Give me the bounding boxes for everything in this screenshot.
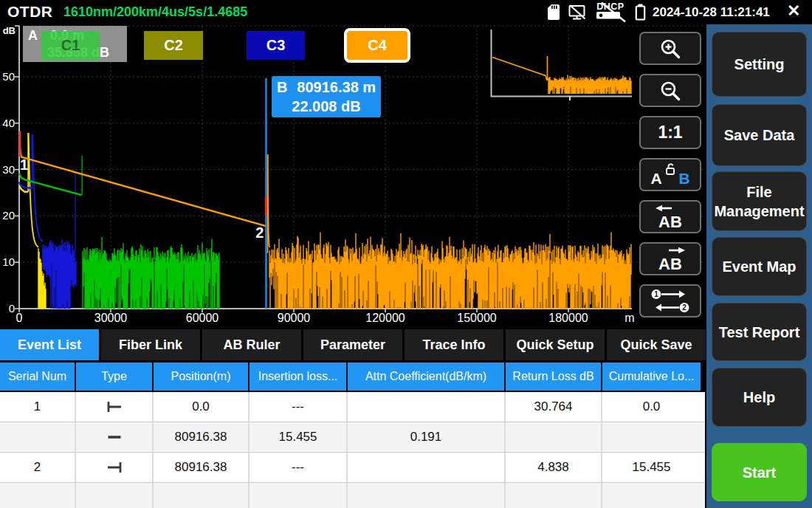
channel-button-c1[interactable]: C1 (41, 31, 100, 60)
ab-lock-button[interactable]: AB (639, 158, 701, 191)
svg-text:60000: 60000 (186, 312, 219, 324)
table-row[interactable] (0, 483, 705, 508)
tab-quick-setup[interactable]: Quick Setup (506, 329, 605, 360)
trace-chart[interactable]: 01020304050dB030000600009000012000015000… (0, 24, 706, 330)
table-cell (154, 483, 250, 508)
svg-text:AB: AB (658, 213, 682, 231)
tab-fiber-link[interactable]: Fiber Link (101, 329, 200, 360)
table-row[interactable]: 10.0---30.7640.0 (0, 392, 705, 422)
app-title: OTDR (7, 3, 53, 21)
sidebar-button-label: Start (737, 463, 782, 482)
event-table: Serial NumTypePosition(m)Insertion loss.… (0, 363, 705, 508)
channel-button-c4[interactable]: C4 (344, 28, 410, 63)
table-cell (76, 392, 154, 422)
table-cell (506, 422, 602, 452)
tab-ab-ruler[interactable]: AB Ruler (202, 329, 301, 360)
table-cell (602, 483, 701, 508)
table-cell (348, 453, 506, 482)
ab-right-icon: AB (650, 245, 691, 273)
table-cell: 1 (0, 392, 76, 422)
table-cell (506, 483, 602, 508)
svg-text:10: 10 (2, 255, 15, 268)
table-cell (76, 422, 154, 452)
event-label-1: 1 (20, 157, 28, 173)
table-cell: 4.838 (506, 453, 602, 482)
table-cell: 15.455 (250, 422, 348, 452)
table-cell (76, 453, 154, 482)
column-header: Insertion loss... (250, 363, 348, 391)
marker-b-label: B (277, 79, 287, 95)
table-cell: 30.764 (506, 392, 602, 422)
bottom-tabs: Event ListFiber LinkAB RulerParameterTra… (0, 329, 706, 360)
table-cell: 0.191 (348, 422, 506, 452)
table-cell: --- (250, 392, 348, 422)
C1-trace (19, 156, 219, 309)
trace-swap-button[interactable]: 12 (639, 284, 701, 318)
column-header: Position(m) (154, 363, 250, 391)
table-cell: 80916.38 (154, 422, 250, 452)
tab-trace-info[interactable]: Trace Info (405, 329, 503, 360)
display-mirror-off-icon (568, 4, 587, 21)
sidebar-button-save-data[interactable]: Save Data (712, 104, 807, 166)
sidebar-button-start[interactable]: Start (712, 443, 807, 501)
svg-text:30: 30 (2, 163, 15, 176)
sidebar-button-label: Event Map (716, 257, 802, 276)
table-row[interactable]: 280916.38---4.83815.455 (0, 453, 705, 483)
tab-parameter[interactable]: Parameter (303, 329, 402, 360)
sidebar-button-test-report[interactable]: Test Report (712, 303, 807, 361)
channel-button-c3[interactable]: C3 (247, 31, 305, 60)
svg-text:150000: 150000 (457, 312, 496, 324)
close-icon[interactable]: ✕ (787, 1, 800, 21)
tab-event-list[interactable]: Event List (0, 329, 99, 360)
sidebar-button-help[interactable]: Help (712, 368, 807, 427)
column-header: Type (76, 363, 154, 391)
datetime: 2024-10-28 11:21:41 (653, 5, 770, 20)
marker-b-position: 80916.38 m (297, 79, 376, 95)
table-cell: --- (250, 453, 348, 482)
ab-move-right-button[interactable]: AB (639, 242, 701, 275)
column-header: Return Loss dB (506, 363, 602, 391)
dhcp-off-icon: DHCP (595, 2, 627, 22)
sidebar-button-label: Save Data (718, 126, 801, 145)
svg-text:m: m (625, 312, 634, 324)
marker-a-label: A (28, 28, 38, 43)
ab-lock-icon: AB (647, 161, 694, 189)
zoom-out-button[interactable] (639, 74, 701, 107)
table-cell (602, 422, 701, 452)
svg-text:30000: 30000 (94, 312, 128, 324)
table-cell (0, 483, 76, 508)
table-row[interactable]: 80916.3815.4550.191 (0, 422, 705, 453)
top-bar: OTDR 1610nm/200km/4us/5s/1.4685 DHCP 202… (0, 0, 812, 24)
sidebar-button-event-map[interactable]: Event Map (712, 237, 807, 296)
sidebar-button-file-management[interactable]: File Management (712, 171, 807, 231)
zoom-in-button[interactable] (639, 32, 701, 65)
svg-text:AB: AB (658, 255, 682, 273)
table-cell (348, 392, 506, 422)
event-end-icon (106, 461, 123, 474)
sidebar-button-setting[interactable]: Setting (712, 32, 807, 97)
trace-swap-icon: 12 (648, 287, 692, 315)
event-start-icon (106, 400, 123, 413)
event-label-2: 2 (255, 224, 264, 241)
svg-text:50: 50 (2, 70, 15, 83)
tab-quick-save[interactable]: Quick Save (607, 329, 706, 360)
svg-text:90000: 90000 (278, 312, 311, 324)
table-cell (76, 483, 154, 508)
sidebar-button-label: Setting (729, 55, 791, 74)
scale-1-1-button[interactable]: 1:1 (639, 116, 701, 149)
sidebar-button-label: Test Report (713, 323, 806, 342)
svg-text:0: 0 (16, 312, 23, 324)
overview-chart (492, 30, 633, 100)
zoom-out-icon (659, 80, 681, 102)
ab-move-left-button[interactable]: AB (639, 200, 701, 233)
status-icons: DHCP (548, 0, 646, 24)
marker-b-readout: B80916.38 m 22.008 dB (272, 76, 381, 117)
ab-left-icon: AB (650, 203, 691, 231)
table-cell: 2 (0, 453, 76, 482)
column-header: Attn Coefficient(dB/km) (348, 363, 506, 391)
channel-button-c2[interactable]: C2 (144, 31, 203, 60)
scale-1-1-label: 1:1 (658, 123, 682, 143)
svg-text:20: 20 (2, 209, 15, 222)
column-header: Serial Num (0, 363, 76, 391)
table-cell: 0.0 (602, 392, 701, 422)
